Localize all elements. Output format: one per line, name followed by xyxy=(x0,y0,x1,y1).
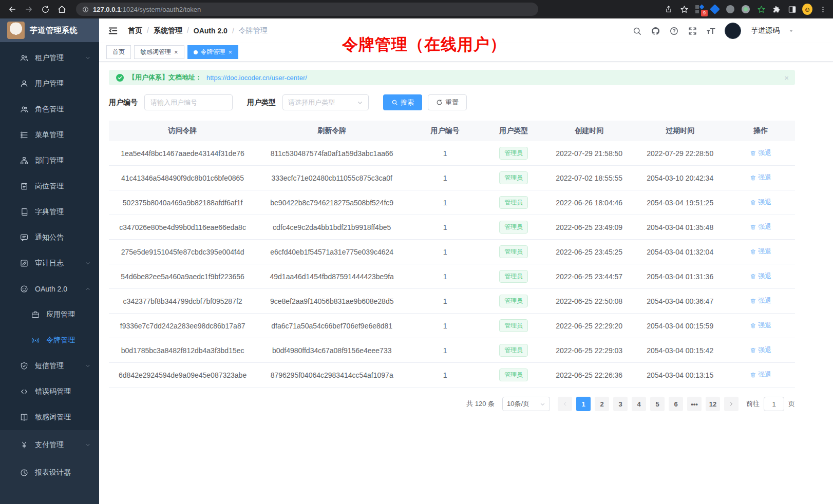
tenant-icon xyxy=(20,53,29,63)
logo-image xyxy=(7,22,25,39)
page-button-1[interactable]: 1 xyxy=(576,397,591,411)
table-body: 1ea5e44f8bc1467aaede43144f31de76811c5304… xyxy=(109,141,795,387)
page-button-12[interactable]: 12 xyxy=(706,397,720,411)
sidebar-item-tenant[interactable]: 租户管理 xyxy=(0,45,99,71)
column-header: 用户类型 xyxy=(483,126,544,135)
tab-home[interactable]: 首页 xyxy=(106,45,131,59)
page-size-select[interactable]: 10条/页 xyxy=(502,397,550,411)
dept-icon xyxy=(20,156,29,165)
sidebar-item-dept[interactable]: 部门管理 xyxy=(0,148,99,173)
address-bar[interactable]: 127.0.0.1:1024/system/oauth2/token xyxy=(76,3,538,16)
tab-label: 首页 xyxy=(112,48,125,56)
github-icon[interactable] xyxy=(651,26,660,36)
oauth-icon xyxy=(20,284,29,294)
more-pages-button[interactable]: ••• xyxy=(687,397,702,411)
force-logout-button[interactable]: 强退 xyxy=(750,321,771,330)
page-button-2[interactable]: 2 xyxy=(595,397,609,411)
sidebar-item-post[interactable]: 岗位管理 xyxy=(0,173,99,199)
user-id-input[interactable] xyxy=(144,94,233,110)
profile-avatar[interactable]: ☺ xyxy=(802,4,812,14)
force-logout-button[interactable]: 强退 xyxy=(750,148,771,158)
force-logout-button[interactable]: 强退 xyxy=(750,173,771,182)
goto-label: 前往 xyxy=(746,399,760,409)
total-count: 共 120 条 xyxy=(466,399,495,409)
trash-icon xyxy=(750,298,756,304)
sms-icon xyxy=(20,361,29,371)
reset-button[interactable]: 重置 xyxy=(428,94,467,110)
page-button-4[interactable]: 4 xyxy=(632,397,646,411)
circle-extension-icon[interactable] xyxy=(725,4,735,14)
tab-close-icon[interactable]: × xyxy=(174,49,178,55)
force-logout-button[interactable]: 强退 xyxy=(750,247,771,256)
user-name[interactable]: 芋道源码 xyxy=(751,26,780,35)
force-logout-button[interactable]: 强退 xyxy=(750,222,771,231)
sidebar-item-user[interactable]: 用户管理 xyxy=(0,71,99,96)
user-avatar[interactable] xyxy=(725,23,741,39)
sidebar-item-report-designer[interactable]: 报表设计器 xyxy=(0,459,99,487)
browser-home-button[interactable] xyxy=(54,2,69,16)
sidebar-item-menu[interactable]: 菜单管理 xyxy=(0,122,99,148)
puzzle-extension-icon[interactable] xyxy=(771,4,782,14)
next-page-button[interactable] xyxy=(724,397,739,411)
alert-close-icon[interactable] xyxy=(784,73,789,82)
sidebar-item-pay[interactable]: 支付管理 xyxy=(0,431,99,459)
app-logo[interactable]: 芋道管理系统 xyxy=(0,18,99,42)
sidebar-item-oauth2[interactable]: OAuth 2.0 xyxy=(0,276,99,302)
browser-reload-button[interactable] xyxy=(38,2,52,16)
trash-icon xyxy=(750,199,756,206)
browser-forward-button[interactable] xyxy=(22,2,36,16)
breadcrumb-oauth2[interactable]: OAuth 2.0 xyxy=(194,27,234,35)
sidebar-item-label: 菜单管理 xyxy=(35,130,64,140)
sidebar-item-error-code[interactable]: 错误码管理 xyxy=(0,379,99,404)
tab-token[interactable]: 令牌管理× xyxy=(187,45,239,59)
fullscreen-icon[interactable] xyxy=(688,26,697,36)
tab-close-icon[interactable]: × xyxy=(229,49,233,55)
font-size-icon[interactable] xyxy=(706,26,716,36)
sidebar-item-oauth2-token[interactable]: 令牌管理 xyxy=(0,327,99,353)
prev-page-icon xyxy=(562,401,568,407)
force-logout-button[interactable]: 强退 xyxy=(750,296,771,305)
sidebar-item-audit-log[interactable]: 审计日志 xyxy=(0,250,99,276)
goto-page-input[interactable] xyxy=(764,397,784,411)
page-button-3[interactable]: 3 xyxy=(613,397,628,411)
force-logout-button[interactable]: 强退 xyxy=(750,345,771,355)
doc-link[interactable]: https://doc.iocoder.cn/user-center/ xyxy=(206,74,307,82)
tab-sensitive-words[interactable]: 敏感词管理× xyxy=(134,45,184,59)
user-id-cell: 1 xyxy=(407,371,483,379)
star-extension-icon[interactable] xyxy=(756,4,766,14)
sidebar-item-oauth2-app[interactable]: 应用管理 xyxy=(0,302,99,327)
user-type-select[interactable]: 请选择用户类型 xyxy=(282,94,369,110)
sidebar-item-sensitive-word[interactable]: 敏感词管理 xyxy=(0,404,99,430)
gem-extension-icon[interactable] xyxy=(710,4,720,14)
side-panel-icon[interactable] xyxy=(787,4,797,14)
page-button-6[interactable]: 6 xyxy=(669,397,683,411)
browser-menu-icon[interactable] xyxy=(818,4,828,14)
share-icon[interactable] xyxy=(664,4,674,14)
sidebar-item-notice[interactable]: 通知公告 xyxy=(0,225,99,250)
force-logout-button[interactable]: 强退 xyxy=(750,198,771,207)
sidebar-item-role[interactable]: 角色管理 xyxy=(0,96,99,122)
extension-squares-icon[interactable]: 9 xyxy=(694,4,705,14)
help-icon[interactable] xyxy=(669,26,679,36)
page-button-5[interactable]: 5 xyxy=(650,397,665,411)
breadcrumb-system[interactable]: 系统管理 xyxy=(154,26,189,35)
collapse-sidebar-icon[interactable] xyxy=(107,25,119,36)
user-menu-caret-icon[interactable] xyxy=(788,28,794,34)
sidebar-item-sms[interactable]: 短信管理 xyxy=(0,353,99,379)
site-info-icon[interactable] xyxy=(82,6,89,13)
search-icon[interactable] xyxy=(632,26,642,36)
force-logout-label: 强退 xyxy=(758,272,771,281)
breadcrumb-home[interactable]: 首页 xyxy=(128,26,149,35)
doc-alert-banner: 【用户体系】文档地址： https://doc.iocoder.cn/user-… xyxy=(109,70,795,85)
expire-time-cell: 2054-03-04 01:35:48 xyxy=(634,223,726,231)
action-cell: 强退 xyxy=(726,148,795,158)
bookmark-star-icon[interactable] xyxy=(679,4,689,14)
force-logout-button[interactable]: 强退 xyxy=(750,370,771,379)
force-logout-button[interactable]: 强退 xyxy=(750,272,771,281)
prev-page-button[interactable] xyxy=(558,397,572,411)
record-extension-icon[interactable] xyxy=(741,4,751,14)
browser-back-button[interactable] xyxy=(5,2,20,16)
sidebar-item-dict[interactable]: 字典管理 xyxy=(0,199,99,225)
menu-icon xyxy=(20,130,29,140)
search-button[interactable]: 搜索 xyxy=(383,94,422,110)
